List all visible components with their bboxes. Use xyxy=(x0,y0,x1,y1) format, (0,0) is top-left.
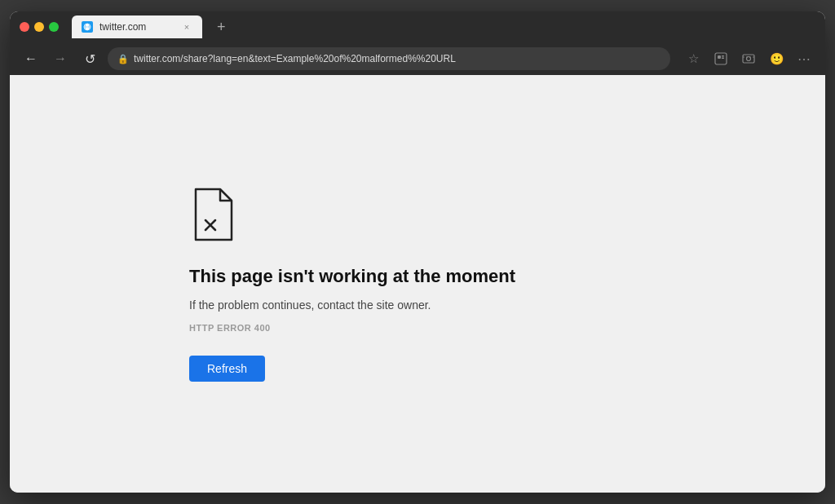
error-container: This page isn't working at the moment If… xyxy=(189,186,515,382)
bookmark-button[interactable]: ☆ xyxy=(682,47,705,70)
svg-rect-5 xyxy=(722,55,724,57)
svg-rect-6 xyxy=(722,58,724,60)
tab-favicon xyxy=(82,21,93,33)
title-bar: twitter.com × + xyxy=(10,11,825,42)
navigation-bar: ← → ↺ 🔒 twitter.com/share?lang=en&text=E… xyxy=(10,42,825,75)
refresh-button[interactable]: Refresh xyxy=(189,356,265,382)
error-heading: This page isn't working at the moment xyxy=(189,266,515,287)
svg-rect-7 xyxy=(743,55,754,63)
file-error-icon xyxy=(189,186,238,246)
profile-button[interactable] xyxy=(709,47,732,70)
svg-rect-4 xyxy=(718,55,721,59)
traffic-lights xyxy=(20,22,59,32)
emoji-button[interactable]: 🙂 xyxy=(765,47,788,70)
url-text: twitter.com/share?lang=en&text=Example%2… xyxy=(134,53,660,64)
svg-rect-3 xyxy=(715,53,727,64)
error-description: If the problem continues, contact the si… xyxy=(189,298,431,312)
forward-button[interactable]: → xyxy=(49,47,72,70)
maximize-window-button[interactable] xyxy=(49,22,59,32)
address-bar[interactable]: 🔒 twitter.com/share?lang=en&text=Example… xyxy=(108,47,670,70)
browser-window: twitter.com × + ← → ↺ 🔒 twitter.com/shar… xyxy=(10,11,825,493)
more-button[interactable]: ⋯ xyxy=(793,47,815,70)
page-content: This page isn't working at the moment If… xyxy=(10,75,825,493)
close-window-button[interactable] xyxy=(20,22,29,32)
error-code: HTTP ERROR 400 xyxy=(189,323,271,333)
nav-actions: ☆ 🙂 ⋯ xyxy=(682,47,815,70)
lock-icon: 🔒 xyxy=(117,54,129,64)
new-tab-button[interactable]: + xyxy=(212,17,231,38)
browser-tab[interactable]: twitter.com × xyxy=(72,15,202,38)
tab-title: twitter.com xyxy=(99,21,175,33)
reload-button[interactable]: ↺ xyxy=(78,47,101,70)
back-button[interactable]: ← xyxy=(20,47,42,70)
minimize-window-button[interactable] xyxy=(34,22,44,32)
tab-close-button[interactable]: × xyxy=(181,21,192,33)
screenshot-button[interactable] xyxy=(737,47,760,70)
